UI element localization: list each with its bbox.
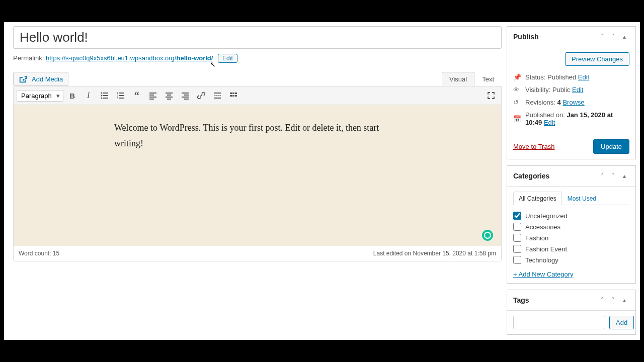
svg-rect-17 (167, 95, 171, 96)
panel-up-icon[interactable]: ˄ (597, 32, 607, 42)
permalink-row: Permalink: https://s-qwc0q9x5xs6bl.eu1.w… (13, 54, 502, 63)
category-checkbox[interactable] (513, 234, 521, 242)
svg-rect-15 (149, 99, 154, 100)
tab-most-used[interactable]: Most Used (562, 192, 602, 205)
svg-rect-36 (235, 95, 237, 97)
eye-icon: 👁 (513, 86, 521, 94)
word-count: Word count: 15 (19, 250, 59, 257)
category-checkbox[interactable] (513, 256, 521, 264)
svg-point-2 (101, 95, 102, 97)
svg-rect-21 (184, 95, 189, 96)
category-label: Technology (525, 256, 558, 264)
svg-rect-34 (230, 95, 232, 97)
svg-rect-29 (220, 95, 221, 96)
update-button[interactable]: Update (593, 139, 629, 154)
svg-point-0 (101, 93, 102, 94)
tab-all-categories[interactable]: All Categories (513, 192, 562, 205)
svg-rect-5 (103, 98, 108, 99)
svg-rect-13 (149, 95, 154, 96)
browse-revisions-link[interactable]: Browse (562, 99, 584, 106)
svg-rect-33 (235, 93, 237, 94)
svg-rect-23 (184, 99, 189, 100)
svg-rect-16 (166, 93, 173, 94)
tag-input[interactable] (513, 316, 605, 329)
align-left-button[interactable] (146, 88, 160, 103)
category-item: Uncategorized (513, 210, 629, 221)
svg-rect-24 (214, 93, 221, 94)
svg-rect-1 (103, 93, 108, 94)
add-new-category-link[interactable]: + Add New Category (513, 270, 574, 278)
svg-rect-14 (149, 97, 156, 98)
svg-rect-18 (166, 97, 173, 98)
panel-toggle-icon[interactable]: ▴ (619, 171, 629, 181)
category-label: Fashion (525, 234, 548, 242)
panel-up-icon[interactable]: ˄ (597, 171, 607, 181)
tab-visual[interactable]: Visual (442, 72, 474, 86)
category-item: Technology (513, 254, 629, 265)
link-button[interactable] (194, 88, 208, 103)
svg-rect-31 (230, 93, 232, 94)
category-item: Fashion (513, 232, 629, 243)
panel-toggle-icon[interactable]: ▴ (619, 295, 629, 305)
panel-toggle-icon[interactable]: ▴ (619, 32, 629, 42)
panel-up-icon[interactable]: ˄ (597, 295, 607, 305)
publish-panel: Publish ˄ ˅ ▴ Preview Changes 📌 Status: … (507, 26, 636, 159)
bold-button[interactable]: B (65, 88, 79, 103)
visibility-edit-link[interactable]: Edit (572, 86, 583, 94)
tab-text[interactable]: Text (474, 72, 502, 86)
read-more-button[interactable] (210, 88, 224, 103)
category-label: Accessories (525, 223, 560, 231)
svg-rect-7 (119, 93, 124, 94)
svg-rect-30 (214, 98, 221, 99)
date-edit-link[interactable]: Edit (544, 119, 555, 126)
category-checkbox[interactable] (513, 245, 521, 253)
add-media-button[interactable]: Add Media (13, 72, 68, 86)
svg-rect-26 (214, 95, 215, 96)
svg-rect-27 (216, 95, 217, 96)
post-content-editor[interactable]: Welcome to WordPress. This is your first… (14, 105, 501, 246)
pin-icon: 📌 (513, 73, 521, 81)
svg-rect-28 (218, 95, 219, 96)
bullet-list-button[interactable] (98, 88, 112, 103)
paragraph-format-select[interactable]: Paragraph (17, 90, 63, 102)
align-right-button[interactable] (178, 88, 192, 103)
panel-down-icon[interactable]: ˅ (608, 171, 618, 181)
add-tag-button[interactable]: Add (609, 316, 634, 329)
category-label: Uncategorized (525, 212, 568, 220)
camera-music-icon (19, 74, 28, 83)
add-media-label: Add Media (32, 75, 63, 83)
svg-rect-32 (232, 93, 234, 94)
calendar-icon: 📅 (513, 115, 521, 123)
category-item: Fashion Event (513, 243, 629, 254)
category-checkbox[interactable] (513, 223, 521, 231)
permalink-edit-button[interactable]: Edit (218, 54, 237, 63)
status-edit-link[interactable]: Edit (578, 73, 589, 81)
panel-down-icon[interactable]: ˅ (608, 32, 618, 42)
italic-button[interactable]: I (82, 88, 96, 103)
tags-panel: Tags ˄ ˅ ▴ Add (507, 290, 636, 335)
publish-heading: Publish (513, 33, 539, 41)
post-title-input[interactable] (13, 26, 502, 49)
fullscreen-button[interactable] (484, 88, 498, 103)
permalink-link[interactable]: https://s-qwc0q9x5xs6bl.eu1.wpsandbox.or… (46, 54, 213, 62)
editor-mode-tabs: Visual Text (442, 72, 502, 86)
blockquote-button[interactable]: “ (130, 88, 144, 103)
last-edited: Last edited on November 15, 2020 at 1:58… (373, 250, 496, 257)
category-checkbox[interactable] (513, 212, 521, 220)
numbered-list-button[interactable]: 123 (114, 88, 128, 103)
svg-text:3: 3 (117, 97, 118, 100)
tags-heading: Tags (513, 296, 529, 304)
categories-heading: Categories (513, 172, 549, 180)
move-to-trash-link[interactable]: Move to Trash (513, 143, 554, 150)
toolbar-toggle-button[interactable] (226, 88, 240, 103)
permalink-label: Permalink: (13, 54, 46, 62)
categories-panel: Categories ˄ ˅ ▴ All Categories Most Use… (507, 165, 636, 284)
svg-rect-11 (119, 98, 124, 99)
grammarly-icon[interactable] (482, 230, 493, 241)
category-item: Accessories (513, 221, 629, 232)
panel-down-icon[interactable]: ˅ (608, 295, 618, 305)
preview-changes-button[interactable]: Preview Changes (565, 52, 629, 66)
formatting-toolbar: Paragraph B I 123 “ (14, 86, 501, 105)
revisions-icon: ↺ (513, 99, 521, 106)
align-center-button[interactable] (162, 88, 176, 103)
